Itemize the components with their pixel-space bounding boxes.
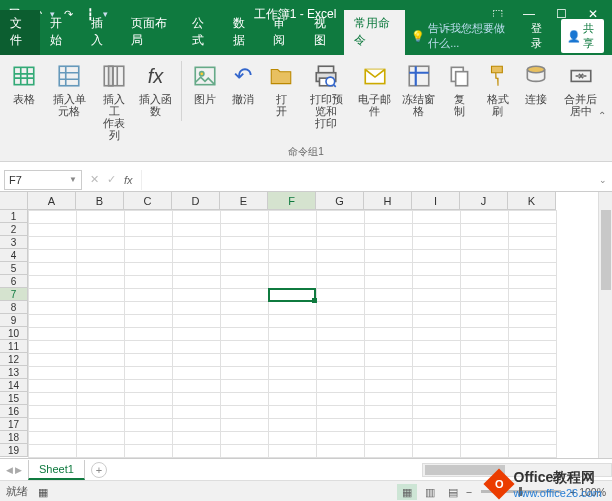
- svg-rect-1: [59, 66, 79, 86]
- add-sheet-button[interactable]: +: [91, 462, 107, 478]
- ribbon-collapse-icon[interactable]: ⌃: [598, 110, 606, 121]
- col-H[interactable]: H: [364, 192, 412, 210]
- svg-rect-3: [105, 66, 125, 86]
- row-headers[interactable]: 1 2 3 4 5 6 7 8 9 10 11 12 13 14 15 16 1…: [0, 210, 28, 457]
- col-G[interactable]: G: [316, 192, 364, 210]
- rib-insert-cells[interactable]: 插入单元格: [44, 59, 94, 119]
- row-16[interactable]: 16: [0, 405, 28, 418]
- rib-picture[interactable]: 图片: [187, 59, 223, 107]
- watermark: O Office教程网 www.office26.com: [488, 469, 602, 499]
- svg-point-14: [527, 66, 544, 73]
- view-normal-icon[interactable]: ▦: [397, 484, 417, 500]
- col-D[interactable]: D: [172, 192, 220, 210]
- row-7[interactable]: 7: [0, 288, 28, 301]
- rib-undo[interactable]: ↶撤消: [225, 59, 261, 107]
- rib-open[interactable]: 打 开: [263, 59, 299, 119]
- menu-common[interactable]: 常用命令: [344, 10, 405, 55]
- status-ready: 就绪: [6, 485, 28, 499]
- rib-format-painter[interactable]: 格式刷: [480, 59, 516, 119]
- col-J[interactable]: J: [460, 192, 508, 210]
- rib-table[interactable]: 表格: [6, 59, 42, 107]
- watermark-url: www.office26.com: [514, 487, 602, 499]
- svg-rect-11: [409, 66, 429, 86]
- row-2[interactable]: 2: [0, 223, 28, 236]
- row-4[interactable]: 4: [0, 249, 28, 262]
- ribbon-group-label: 命令组1: [6, 145, 606, 159]
- svg-rect-13: [455, 72, 467, 86]
- rib-print-preview[interactable]: 打印预览和 打印: [301, 59, 351, 131]
- row-14[interactable]: 14: [0, 379, 28, 392]
- formula-input[interactable]: [141, 170, 594, 190]
- name-box-arrow-icon[interactable]: ▼: [69, 175, 77, 184]
- col-C[interactable]: C: [124, 192, 172, 210]
- insert-function-icon[interactable]: fx: [124, 174, 133, 186]
- cells-grid[interactable]: [28, 210, 557, 458]
- sheet-nav-next-icon[interactable]: ▶: [15, 465, 22, 475]
- row-5[interactable]: 5: [0, 262, 28, 275]
- vertical-scrollbar[interactable]: [598, 192, 612, 458]
- svg-point-5: [200, 72, 204, 76]
- tell-me-input[interactable]: 💡告诉我您想要做什么...: [405, 17, 519, 55]
- col-I[interactable]: I: [412, 192, 460, 210]
- selection-box: [268, 288, 316, 302]
- macro-record-icon[interactable]: ▦: [38, 486, 48, 498]
- expand-formula-icon[interactable]: ⌄: [594, 175, 612, 185]
- share-icon: 👤: [567, 30, 581, 43]
- row-18[interactable]: 18: [0, 431, 28, 444]
- row-9[interactable]: 9: [0, 314, 28, 327]
- col-F[interactable]: F: [268, 192, 316, 210]
- watermark-logo-icon: O: [483, 468, 514, 499]
- rib-insert-col[interactable]: 插入工 作表列: [96, 59, 132, 143]
- view-pagebreak-icon[interactable]: ▤: [443, 484, 463, 500]
- select-all-corner[interactable]: [0, 192, 28, 210]
- zoom-out-icon[interactable]: −: [466, 486, 472, 498]
- row-15[interactable]: 15: [0, 392, 28, 405]
- row-10[interactable]: 10: [0, 327, 28, 340]
- rib-insert-fn[interactable]: fx插入函数: [134, 59, 176, 119]
- svg-point-9: [326, 77, 335, 86]
- rib-email[interactable]: 电子邮件: [354, 59, 396, 119]
- sheet-nav-prev-icon[interactable]: ◀: [6, 465, 13, 475]
- row-11[interactable]: 11: [0, 340, 28, 353]
- menu-pagelayout[interactable]: 页面布局: [121, 10, 182, 55]
- menu-home[interactable]: 开始: [40, 10, 80, 55]
- row-1[interactable]: 1: [0, 210, 28, 223]
- menu-file[interactable]: 文件: [0, 10, 40, 55]
- login-link[interactable]: 登录: [525, 21, 555, 51]
- col-E[interactable]: E: [220, 192, 268, 210]
- column-headers[interactable]: A B C D E F G H I J K: [28, 192, 556, 210]
- menu-insert[interactable]: 插入: [81, 10, 121, 55]
- menu-review[interactable]: 审阅: [263, 10, 303, 55]
- view-pagelayout-icon[interactable]: ▥: [420, 484, 440, 500]
- row-19[interactable]: 19: [0, 444, 28, 457]
- row-3[interactable]: 3: [0, 236, 28, 249]
- svg-rect-0: [14, 67, 34, 84]
- name-box[interactable]: F7▼: [4, 170, 82, 190]
- row-12[interactable]: 12: [0, 353, 28, 366]
- menu-formulas[interactable]: 公式: [182, 10, 222, 55]
- sheet-tab-active[interactable]: Sheet1: [28, 460, 85, 480]
- vscroll-thumb[interactable]: [601, 210, 611, 290]
- row-13[interactable]: 13: [0, 366, 28, 379]
- bulb-icon: 💡: [411, 30, 425, 43]
- svg-rect-6: [319, 66, 334, 73]
- rib-connections[interactable]: 连接: [518, 59, 554, 107]
- rib-freeze[interactable]: 冻结窗格: [398, 59, 440, 119]
- row-8[interactable]: 8: [0, 301, 28, 314]
- col-A[interactable]: A: [28, 192, 76, 210]
- row-17[interactable]: 17: [0, 418, 28, 431]
- rib-copy[interactable]: 复 制: [442, 59, 478, 119]
- col-K[interactable]: K: [508, 192, 556, 210]
- menu-view[interactable]: 视图: [304, 10, 344, 55]
- row-6[interactable]: 6: [0, 275, 28, 288]
- cancel-formula-icon: ✕: [90, 173, 99, 186]
- enter-formula-icon: ✓: [107, 173, 116, 186]
- col-B[interactable]: B: [76, 192, 124, 210]
- share-button[interactable]: 👤共享: [561, 19, 604, 53]
- menu-data[interactable]: 数据: [223, 10, 263, 55]
